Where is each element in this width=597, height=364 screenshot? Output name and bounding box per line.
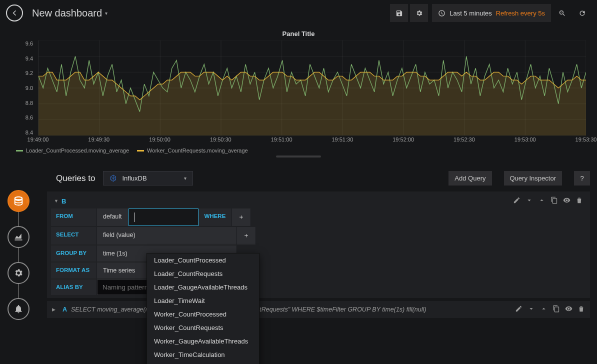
arrow-up-icon bbox=[538, 196, 546, 204]
dropdown-item[interactable]: Worker_TimeWait bbox=[147, 362, 259, 364]
eye-icon bbox=[563, 196, 570, 204]
copy-icon bbox=[550, 196, 558, 204]
trash-icon bbox=[578, 305, 585, 312]
toggle-visibility-button[interactable] bbox=[565, 305, 572, 314]
query-letter: A bbox=[62, 306, 67, 313]
query-summary-text: SELECT moving_average(mean("value"), 10)… bbox=[71, 306, 507, 313]
chart-area[interactable]: 9.69.49.29.08.88.68.4 19:49:0019:49:3019… bbox=[15, 40, 592, 144]
influxdb-icon bbox=[110, 174, 117, 182]
query-letter: B bbox=[62, 198, 66, 205]
add-select-button[interactable]: ＋ bbox=[237, 227, 256, 244]
dropdown-item[interactable]: Worker_CountRequests bbox=[147, 321, 259, 334]
query-header-row[interactable]: ▼ B bbox=[51, 194, 586, 208]
move-down-button[interactable] bbox=[528, 305, 535, 314]
groupby-label: GROUP BY bbox=[51, 246, 97, 262]
arrow-up-icon bbox=[540, 305, 548, 312]
dropdown-item[interactable]: Loader_GaugeAvailableThreads bbox=[147, 280, 259, 294]
expand-caret-icon: ▶ bbox=[52, 307, 56, 312]
help-button[interactable]: ? bbox=[574, 171, 590, 186]
chart-area-icon bbox=[14, 232, 24, 242]
tab-connector bbox=[18, 212, 19, 226]
delete-query-button[interactable] bbox=[578, 305, 585, 314]
dropdown-item[interactable]: Worker_GaugeAvailableThreads bbox=[147, 334, 259, 348]
zoom-out-icon bbox=[558, 10, 566, 17]
toggle-visibility-button[interactable] bbox=[563, 196, 570, 206]
groupby-row: GROUP BY time (1s) bbox=[51, 246, 586, 262]
delete-query-button[interactable] bbox=[576, 196, 583, 206]
pencil-icon bbox=[515, 305, 522, 312]
tab-queries[interactable] bbox=[8, 190, 30, 212]
edit-query-button[interactable] bbox=[515, 305, 522, 314]
move-up-button[interactable] bbox=[538, 196, 546, 206]
settings-button[interactable] bbox=[410, 4, 428, 22]
tab-general[interactable] bbox=[8, 262, 30, 284]
database-icon bbox=[13, 196, 24, 206]
y-axis: 9.69.49.29.08.88.68.4 bbox=[15, 40, 36, 136]
time-picker[interactable]: Last 5 minutes Refresh every 5s bbox=[432, 4, 551, 22]
from-row: FROM default WHERE ＋ bbox=[51, 208, 586, 226]
back-button[interactable] bbox=[6, 4, 23, 22]
legend: Loader_CountProcessed.moving_average Wor… bbox=[5, 144, 592, 156]
measurement-input[interactable] bbox=[128, 208, 198, 226]
arrow-left-icon bbox=[10, 9, 18, 17]
caret-down-icon: ▾ bbox=[105, 10, 108, 16]
select-row: SELECT field (value) ＋ bbox=[51, 227, 586, 244]
datasource-select[interactable]: InfluxDB ▾ bbox=[103, 171, 193, 186]
tab-connector bbox=[18, 284, 19, 298]
measurement-dropdown[interactable]: Loader_CountProcessedLoader_CountRequest… bbox=[146, 253, 260, 364]
duplicate-button[interactable] bbox=[552, 305, 560, 314]
queries-to-label: Queries to bbox=[56, 174, 95, 184]
plot-svg bbox=[38, 40, 586, 136]
query-editor-b: ▼ B FROM default WHERE ＋ SELE bbox=[47, 192, 590, 298]
select-field-segment[interactable]: field (value) bbox=[97, 227, 237, 244]
query-row-actions bbox=[515, 305, 585, 314]
move-down-button[interactable] bbox=[526, 196, 533, 206]
dashboard-title-dropdown[interactable]: New dashboard ▾ bbox=[32, 8, 108, 19]
dashboard-title: New dashboard bbox=[32, 8, 102, 19]
tab-visualization[interactable] bbox=[8, 226, 30, 248]
format-row: FORMAT AS Time series bbox=[51, 262, 586, 278]
legend-swatch bbox=[137, 150, 144, 152]
refresh-button[interactable] bbox=[573, 4, 591, 22]
x-axis: 19:49:0019:49:3019:50:0019:50:3019:51:00… bbox=[38, 136, 586, 144]
dropdown-item[interactable]: Worker_TimeCalculation bbox=[147, 348, 259, 362]
panel-editor: Queries to InfluxDB ▾ Add Query Query In… bbox=[0, 164, 597, 364]
navbar: New dashboard ▾ Last 5 minutes Refresh e… bbox=[0, 0, 597, 26]
select-label: SELECT bbox=[51, 227, 97, 244]
save-icon bbox=[396, 10, 403, 17]
move-up-button[interactable] bbox=[540, 305, 548, 314]
alias-label: ALIAS BY bbox=[51, 280, 97, 295]
refresh-icon bbox=[578, 10, 586, 17]
datasource-name: InfluxDB bbox=[122, 174, 179, 182]
legend-item[interactable]: Worker_CountRequests.moving_average bbox=[137, 148, 248, 154]
legend-item[interactable]: Loader_CountProcessed.moving_average bbox=[16, 148, 129, 154]
copy-icon bbox=[552, 305, 560, 312]
add-where-button[interactable]: ＋ bbox=[232, 208, 251, 226]
add-query-button[interactable]: Add Query bbox=[448, 171, 492, 186]
duplicate-button[interactable] bbox=[550, 196, 558, 206]
trash-icon bbox=[576, 196, 583, 204]
queries-header: Queries to InfluxDB ▾ Add Query Query In… bbox=[47, 164, 590, 192]
plot bbox=[38, 40, 586, 136]
legend-label: Worker_CountRequests.moving_average bbox=[147, 148, 248, 154]
resize-handle[interactable] bbox=[276, 156, 321, 158]
edit-query-button[interactable] bbox=[513, 196, 520, 206]
zoom-out-button[interactable] bbox=[553, 4, 571, 22]
save-button[interactable] bbox=[390, 4, 408, 22]
gear-icon bbox=[416, 10, 423, 17]
query-inspector-button[interactable]: Query Inspector bbox=[504, 171, 562, 186]
from-policy-segment[interactable]: default bbox=[97, 208, 128, 226]
dropdown-item[interactable]: Loader_CountProcessed bbox=[147, 254, 259, 267]
legend-swatch bbox=[16, 150, 23, 152]
bell-icon bbox=[14, 304, 24, 314]
alias-row: ALIAS BY bbox=[51, 280, 586, 295]
pencil-icon bbox=[513, 196, 520, 204]
dropdown-item[interactable]: Worker_CountProcessed bbox=[147, 308, 259, 321]
tab-alert[interactable] bbox=[8, 298, 30, 320]
dropdown-item[interactable]: Loader_TimeWait bbox=[147, 294, 259, 308]
query-editor-a[interactable]: ▶ A SELECT moving_average(mean("value"),… bbox=[47, 301, 590, 318]
editor-body: Queries to InfluxDB ▾ Add Query Query In… bbox=[40, 164, 597, 364]
collapse-caret-icon: ▼ bbox=[54, 198, 58, 204]
dropdown-item[interactable]: Loader_CountRequests bbox=[147, 267, 259, 280]
format-label: FORMAT AS bbox=[51, 262, 97, 278]
